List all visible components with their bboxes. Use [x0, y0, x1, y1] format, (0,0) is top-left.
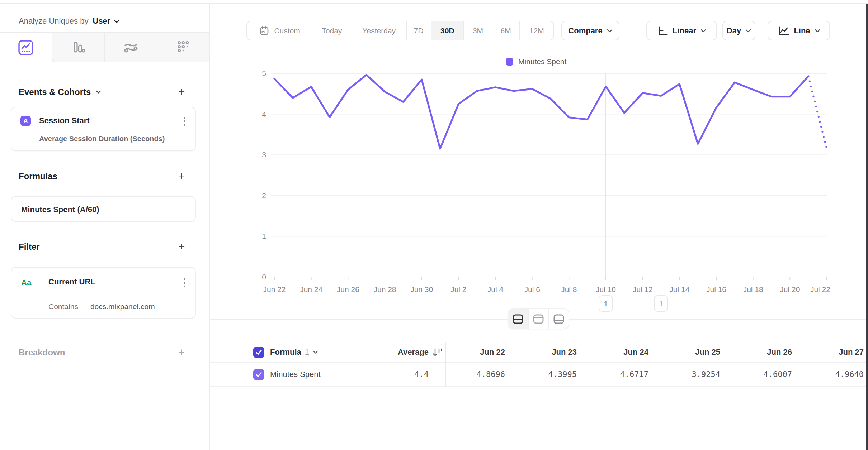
tab-flows-chart[interactable] [104, 33, 157, 62]
view-table-only-button[interactable] [548, 309, 569, 329]
filter-header: Filter [19, 242, 40, 252]
scale-selector-button[interactable]: Linear [646, 21, 717, 40]
view-chart-only-button[interactable] [528, 309, 548, 329]
svg-text:1: 1 [659, 300, 663, 308]
compare-button[interactable]: Compare [561, 21, 619, 40]
legend-label: Minutes Spent [518, 57, 566, 66]
date-range-today[interactable]: Today [312, 21, 351, 40]
vertical-scrollbar[interactable] [866, 4, 868, 450]
bar-chart-icon [70, 39, 86, 56]
calendar-icon [259, 25, 270, 36]
event-title: Session Start [39, 116, 90, 125]
svg-text:1: 1 [604, 300, 608, 308]
tab-insights-line-chart[interactable] [0, 33, 52, 62]
filter-condition[interactable]: Contains docs.mixpanel.com [48, 302, 155, 311]
add-breakdown-button[interactable]: + [175, 346, 188, 359]
table-date-column-header[interactable]: Jun 23 [505, 348, 577, 357]
analyze-uniques-row: Analyze Uniques by User [19, 16, 120, 26]
linear-scale-icon [657, 25, 668, 36]
tab-retention-grid[interactable] [157, 33, 209, 62]
filter-kebab-menu[interactable] [183, 278, 186, 289]
check-icon [255, 350, 262, 355]
table-value-cell: 3.9254 [648, 370, 720, 379]
date-range-30d[interactable]: 30D [431, 21, 464, 40]
event-card-session-start[interactable]: A Session Start Average Session Duration… [11, 107, 196, 151]
date-range-label: 3M [473, 27, 483, 35]
table-value-cell: 4.8696 [433, 370, 505, 379]
average-column-header: Average [331, 348, 429, 357]
series-line-minutes-spent[interactable] [274, 75, 808, 149]
date-range-label: 12M [529, 27, 544, 35]
breakdown-header: Breakdown [19, 348, 65, 358]
filter-label: Filter [19, 242, 40, 252]
annotation-badge[interactable]: 1 [654, 296, 668, 311]
event-measurement[interactable]: Average Session Duration (Seconds) [39, 135, 165, 143]
x-axis-tick-label: Jul 12 [633, 285, 653, 293]
y-axis-tick-label: 2 [262, 191, 266, 200]
table-date-column-header[interactable]: Jun 25 [648, 348, 720, 357]
chevron-down-icon [96, 90, 101, 94]
series-line-incomplete-segment[interactable] [808, 76, 827, 149]
add-filter-button[interactable]: + [175, 240, 188, 253]
formula-expression: Minutes Spent (A/60) [21, 205, 99, 214]
table-view-icon [553, 313, 565, 325]
date-range-6m[interactable]: 6M [492, 21, 519, 40]
x-axis-tick-label: Jul 20 [780, 285, 800, 293]
results-table: Formula 1 Average Jun 22Jun 23Jun 24Jun … [209, 342, 868, 388]
retention-grid-icon [175, 39, 192, 56]
x-axis-tick-label: Jul 18 [743, 285, 763, 293]
select-all-checkbox[interactable] [253, 347, 264, 358]
table-date-column-header[interactable]: Jun 22 [433, 348, 505, 357]
date-range-label: 6M [501, 27, 511, 35]
chart-view-icon [532, 313, 544, 325]
date-range-7d[interactable]: 7D [406, 21, 431, 40]
x-axis-tick-label: Jul 22 [810, 285, 830, 293]
chart-type-selector-button[interactable]: Line [768, 21, 830, 40]
y-axis-tick-label: 3 [262, 150, 266, 159]
y-axis-tick-label: 4 [262, 110, 266, 118]
annotation-badge[interactable]: 1 [599, 296, 613, 311]
table-value-cell: 4.6007 [720, 370, 792, 379]
date-range-selector: CustomTodayYesterday7D30D3M6M12M [246, 21, 554, 40]
add-formula-button[interactable]: + [175, 169, 188, 182]
date-range-12m[interactable]: 12M [519, 21, 553, 40]
event-kebab-menu[interactable] [183, 117, 186, 128]
view-split-button[interactable] [508, 309, 528, 329]
line-chart-canvas[interactable]: 012345Jun 22Jun 24Jun 26Jun 28Jun 30Jul … [251, 70, 846, 317]
x-axis-tick-label: Jul 16 [706, 285, 726, 293]
table-row-minutes-spent[interactable]: Minutes Spent 4.4 4.86964.39954.67173.92… [209, 363, 868, 387]
line-chart-icon [18, 39, 34, 56]
row-checkbox[interactable] [253, 369, 264, 380]
date-range-yesterday[interactable]: Yesterday [352, 21, 406, 40]
add-event-button[interactable]: + [175, 85, 188, 98]
date-range-3m[interactable]: 3M [463, 21, 492, 40]
formulas-label: Formulas [19, 171, 57, 181]
formula-column-dropdown[interactable]: Formula 1 [270, 348, 318, 357]
table-date-column-header[interactable]: Jun 24 [577, 348, 648, 357]
split-view-icon [512, 313, 524, 325]
date-range-label: Today [322, 27, 342, 35]
analyze-uniques-dropdown[interactable]: User [93, 16, 120, 26]
average-value-cell: 4.4 [331, 370, 429, 379]
table-date-column-header[interactable]: Jun 26 [720, 348, 792, 357]
formula-card[interactable]: Minutes Spent (A/60) [11, 196, 196, 222]
chart-type-tabbar [0, 33, 209, 62]
chevron-down-icon [745, 29, 751, 33]
x-axis-tick-label: Jun 24 [300, 285, 322, 293]
events-cohorts-header[interactable]: Events & Cohorts [19, 87, 101, 97]
date-range-label: 30D [440, 27, 454, 35]
filter-card-current-url[interactable]: Aa Current URL Contains docs.mixpanel.co… [11, 267, 196, 319]
table-date-column-header[interactable]: Jun 27 [792, 348, 864, 357]
table-value-cell: 4.6717 [577, 370, 648, 379]
table-column-separator [445, 342, 446, 387]
x-axis-tick-label: Jun 28 [373, 285, 396, 293]
legend-item-minutes-spent[interactable]: Minutes Spent [506, 57, 566, 66]
x-axis-tick-label: Jul 2 [450, 285, 466, 293]
flows-icon [123, 39, 139, 56]
date-range-custom[interactable]: Custom [247, 21, 312, 40]
series-name-cell: Minutes Spent [270, 370, 321, 379]
x-axis-tick-label: Jun 26 [337, 285, 359, 293]
tab-bar-chart[interactable] [52, 33, 104, 62]
interval-selector-button[interactable]: Day [722, 21, 755, 40]
y-axis-tick-label: 1 [262, 232, 266, 240]
